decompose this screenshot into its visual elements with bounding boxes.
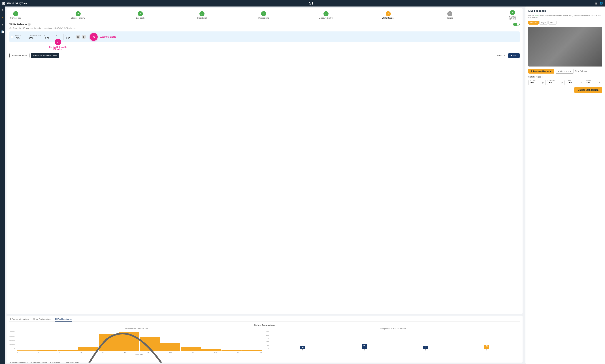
next-icon: ▶ <box>511 54 512 57</box>
wb-info-icon[interactable]: i <box>28 23 31 26</box>
theme-dark-btn[interactable]: Dark <box>548 21 556 25</box>
r-field: R <box>44 34 53 40</box>
histogram-container: 400,000 300,000 200,000 100,000 0 481632 <box>9 331 263 355</box>
wb-bottom-actions: + Add new profile ✦ Activate embedded AW… <box>9 53 520 58</box>
download-dump-arrow: ▼ <box>550 70 552 72</box>
step-gamma-correction[interactable]: ✓ Gamma correction <box>505 10 520 20</box>
top-left-x-input[interactable] <box>530 81 541 84</box>
topbar: ▣ STM32 ISP IQTune ST ▣ 🌐 <box>0 0 605 7</box>
play-action-btn[interactable]: ▶ <box>82 35 86 39</box>
after-demosaicing-action[interactable]: ↺ After demosaicing <box>30 362 47 363</box>
color-temp-label: Color Temperature <box>28 34 41 36</box>
g-input[interactable] <box>55 37 62 40</box>
profile-id-input[interactable] <box>15 37 25 40</box>
step-starting-point[interactable]: ✓ Starting Point <box>9 11 22 19</box>
wb-title-text: White Balance <box>9 23 27 26</box>
step-circle-black-level: ✓ <box>199 11 205 16</box>
download-action[interactable]: ⬇ Download <box>50 362 60 363</box>
rgb-y-100: 100 <box>266 341 269 343</box>
tab-my-config[interactable]: ▤ My Configuration <box>33 318 51 322</box>
rgb-bar-L: 61 <box>484 345 489 349</box>
step-label-black-level: Black Level <box>197 17 207 19</box>
step-circle-demosaicing: ✓ <box>261 11 266 16</box>
profile-checkbox[interactable] <box>11 36 13 38</box>
apply-profile-btn[interactable]: 8 <box>90 33 98 41</box>
step-label-contrast: Contrast <box>447 17 453 19</box>
histogram-bar-2 <box>58 350 78 351</box>
r-input[interactable] <box>44 37 53 40</box>
pixel-luminance-label: Pixel Luminance <box>57 318 72 320</box>
next-label: Next <box>513 54 517 57</box>
top-right-y-input[interactable] <box>549 81 560 84</box>
add-profile-button[interactable]: + Add new profile <box>9 53 29 58</box>
sidebar-icon-doc[interactable]: 📄 <box>0 30 5 34</box>
sidebar: ⊕ ≡ ♦ 📄 <box>0 7 5 364</box>
profile-row: Profile id Color Temperature R <box>11 33 518 41</box>
histogram-bar-5 <box>119 332 139 351</box>
step-circle-contrast: ● <box>447 11 452 16</box>
sidebar-icon-graph[interactable]: ♦ <box>0 22 5 27</box>
grid-action-btn[interactable]: ▦ <box>76 35 80 39</box>
rgb-col-G: 74G <box>335 332 394 351</box>
step-demosaicing[interactable]: ✓ Demosaicing <box>257 11 270 19</box>
tab-pixel-luminance[interactable]: ▦ Pixel Luminance <box>55 318 72 322</box>
step-black-level[interactable]: ✓ Black Level <box>196 11 208 19</box>
profile-id-label: Profile id <box>15 34 25 36</box>
step-label-starting-point: Starting Point <box>10 17 21 19</box>
histogram-bar-9 <box>201 349 221 351</box>
step-label-gamma-correction: Gamma correction <box>505 16 520 20</box>
sidebar-icon-network[interactable]: ⊕ <box>0 8 5 12</box>
wb-header: White Balance i <box>9 23 520 26</box>
tab-sensor-info[interactable]: ⚙ Sensor information <box>9 318 28 322</box>
globe-icon[interactable]: 🌐 <box>600 2 603 5</box>
awb-button[interactable]: ✦ Activate embedded AWB <box>31 53 59 58</box>
rgb-bar-B: 46 <box>423 346 428 349</box>
b-input[interactable] <box>65 37 73 40</box>
download-dump-label: Download Dump <box>533 70 549 72</box>
previous-button[interactable]: Previous <box>496 53 507 58</box>
right-panel: Live Feedback Have a live preview on the… <box>526 7 605 364</box>
g-field: G <box>55 34 62 40</box>
next-button[interactable]: ▶ Next <box>508 53 520 58</box>
histogram-chart: Pixel number per luminance point 400,000… <box>9 328 263 360</box>
step-circle-statistic-removal: ✱ <box>76 11 81 16</box>
step-statistic-removal[interactable]: ✱ Statistic Removal <box>71 11 85 19</box>
theme-default-btn[interactable]: Default <box>528 21 539 25</box>
y-label-300k: 300,000 <box>9 335 15 337</box>
height-input[interactable] <box>586 81 597 84</box>
refresh-button[interactable]: ↻ ↻ Refresh <box>575 70 587 72</box>
height-label: Height <box>586 79 591 81</box>
theme-buttons: Default Light Dark <box>528 21 602 25</box>
recalculate-label: Recalculate stats <box>65 362 79 363</box>
after-demosaicing-label: After demosaicing <box>33 362 47 363</box>
step-white-balance[interactable]: ● White Balance <box>382 11 395 19</box>
app-title: STM32 ISP IQTune <box>6 2 27 5</box>
before-demosaicing-icon: ↺ <box>9 362 11 363</box>
download-dump-button[interactable]: ⬇ Download Dump ▼ <box>528 69 554 74</box>
rgb-y-50: 50 <box>266 344 269 346</box>
step-exposure-control[interactable]: ✓ Exposure Control <box>319 11 333 19</box>
step-contrast[interactable]: ● Contrast <box>444 11 456 19</box>
recalculate-action[interactable]: ~ Recalculate stats <box>63 362 79 363</box>
histogram-bar-0 <box>17 351 37 351</box>
rgb-col-L: 61L <box>458 332 516 351</box>
step-circle-white-balance: ● <box>386 11 391 16</box>
app-title-area: ▣ STM32 ISP IQTune <box>2 2 27 5</box>
y-label-0: 0 <box>9 348 15 349</box>
rgb-col-B: 46B <box>396 332 455 351</box>
step-bad-pixels[interactable]: ✓ Bad pixels <box>134 11 147 19</box>
wb-toggle[interactable] <box>513 23 520 26</box>
monitor-icon[interactable]: ▣ <box>595 2 598 5</box>
histogram-bar-3 <box>78 347 98 351</box>
before-demosaicing-action[interactable]: ↺ Before demosaicing <box>9 362 27 363</box>
update-stat-region-button[interactable]: Update Stat. Region <box>574 87 602 93</box>
g-label: G <box>55 34 62 36</box>
sidebar-icon-tune[interactable]: ≡ <box>0 15 5 20</box>
pixel-luminance-icon: ▦ <box>55 318 57 320</box>
color-temp-input[interactable] <box>28 37 39 40</box>
rgb-bar-wrap-R: 42 <box>300 332 305 349</box>
width-input[interactable] <box>567 81 579 84</box>
theme-light-btn[interactable]: Light <box>539 21 548 25</box>
histogram-bar-8 <box>181 347 201 351</box>
open-in-new-button[interactable]: ↗ Open in new <box>556 69 574 74</box>
